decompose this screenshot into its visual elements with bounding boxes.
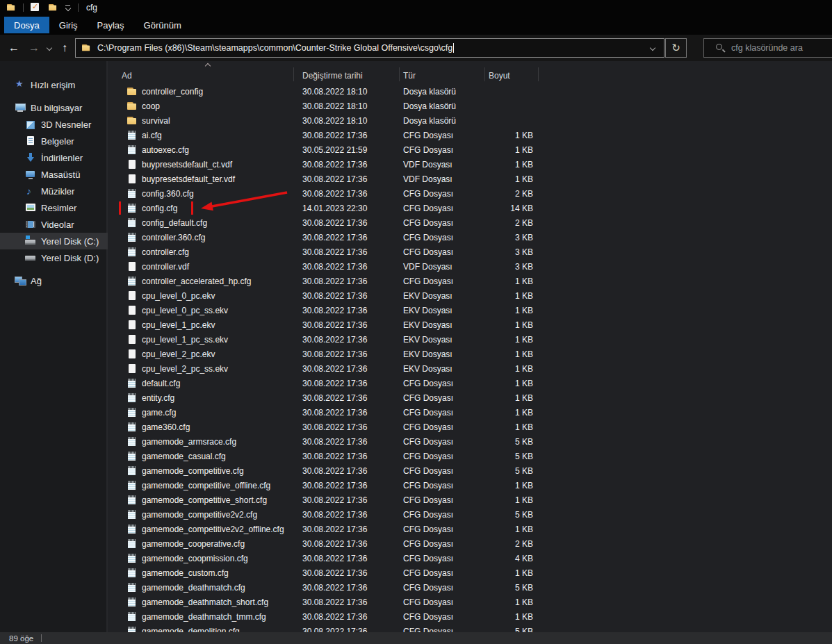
search-box[interactable]: [703, 38, 832, 58]
table-row[interactable]: config.360.cfg 30.08.2022 17:36 CFG Dosy…: [108, 186, 832, 201]
file-name-cell: controller_config: [108, 85, 294, 98]
sidebar-item[interactable]: Bu bilgisayar: [0, 99, 108, 116]
ribbon-tab[interactable]: Dosya: [4, 17, 49, 33]
table-row[interactable]: gamemode_casual.cfg 30.08.2022 17:36 CFG…: [108, 449, 832, 463]
table-row[interactable]: survival 30.08.2022 18:10 Dosya klasörü: [108, 113, 832, 128]
file-type: EKV Dosyası: [400, 335, 485, 345]
table-row[interactable]: autoexec.cfg 30.05.2022 21:59 CFG Dosyas…: [108, 142, 832, 157]
sidebar-item[interactable]: Masaüstü: [0, 166, 108, 183]
column-header-label: Değiştirme tarihi: [302, 71, 363, 81]
file-name-wrap: cpu_level_0_pc_ss.ekv: [121, 304, 242, 317]
table-row[interactable]: gamemode_competitive2v2.cfg 30.08.2022 1…: [108, 507, 832, 522]
table-row[interactable]: gamemode_competitive2v2_offline.cfg 30.0…: [108, 522, 832, 536]
table-row[interactable]: cpu_level_0_pc_ss.ekv 30.08.2022 17:36 E…: [108, 303, 832, 317]
table-row[interactable]: gamemode_armsrace.cfg 30.08.2022 17:36 C…: [108, 434, 832, 449]
item-count: 89 öğe: [9, 634, 33, 643]
table-row[interactable]: game.cfg 30.08.2022 17:36 CFG Dosyası 1 …: [108, 405, 832, 420]
new-folder-icon[interactable]: [48, 3, 58, 13]
back-button[interactable]: ←: [4, 35, 24, 61]
table-row[interactable]: cpu_level_1_pc.ekv 30.08.2022 17:36 EKV …: [108, 317, 832, 332]
table-row[interactable]: coop 30.08.2022 18:10 Dosya klasörü: [108, 99, 832, 113]
table-row[interactable]: cpu_level_2_pc_ss.ekv 30.08.2022 17:36 E…: [108, 361, 832, 376]
file-name: controller_config: [142, 87, 203, 97]
address-bar[interactable]: C:\Program Files (x86)\Steam\steamapps\c…: [75, 38, 664, 58]
column-header-name[interactable]: Ad: [108, 61, 294, 84]
table-row[interactable]: controller_config 30.08.2022 18:10 Dosya…: [108, 84, 832, 99]
file-date: 30.08.2022 17:36: [294, 233, 400, 242]
ribbon-tab[interactable]: Görünüm: [134, 17, 191, 33]
customize-toolbar-chevron-icon[interactable]: [65, 4, 72, 11]
table-row[interactable]: controller_accelerated_hp.cfg 30.08.2022…: [108, 274, 832, 288]
sidebar-item[interactable]: 3D Nesneler: [0, 116, 108, 133]
sidebar-item[interactable]: Belgeler: [0, 133, 108, 149]
table-row[interactable]: gamemode_demolition.cfg 30.08.2022 17:36…: [108, 624, 832, 632]
table-row[interactable]: controller.360.cfg 30.08.2022 17:36 CFG …: [108, 230, 832, 245]
file-name: gamemode_cooperative.cfg: [142, 539, 245, 549]
table-row[interactable]: cpu_level_0_pc.ekv 30.08.2022 17:36 EKV …: [108, 288, 832, 303]
table-row[interactable]: config.cfg 14.01.2023 22:30 CFG Dosyası …: [108, 201, 832, 215]
file-size: 5 KB: [485, 452, 539, 461]
file-name-cell: gamemode_armsrace.cfg: [108, 435, 294, 448]
sidebar-item[interactable]: Yerel Disk (C:): [0, 233, 108, 249]
table-row[interactable]: gamemode_custom.cfg 30.08.2022 17:36 CFG…: [108, 565, 832, 580]
table-row[interactable]: cpu_level_1_pc_ss.ekv 30.08.2022 17:36 E…: [108, 332, 832, 347]
refresh-button[interactable]: ↻: [665, 38, 687, 58]
search-input[interactable]: [731, 43, 832, 53]
forward-button[interactable]: →: [25, 35, 43, 61]
ribbon-tab[interactable]: Paylaş: [88, 17, 134, 33]
file-name: cpu_level_1_pc_ss.ekv: [142, 335, 228, 345]
table-row[interactable]: gamemode_competitive_short.cfg 30.08.202…: [108, 493, 832, 507]
table-row[interactable]: game360.cfg 30.08.2022 17:36 CFG Dosyası…: [108, 420, 832, 434]
address-dropdown-button[interactable]: [643, 39, 662, 57]
table-row[interactable]: ai.cfg 30.08.2022 17:36 CFG Dosyası 1 KB: [108, 128, 832, 142]
table-row[interactable]: entity.cfg 30.08.2022 17:36 CFG Dosyası …: [108, 390, 832, 405]
file-name-cell: cpu_level_0_pc.ekv: [108, 289, 294, 302]
ribbon-tab-bar: Dosya Giriş Paylaş Görünüm: [0, 15, 832, 35]
table-row[interactable]: controller.cfg 30.08.2022 17:36 CFG Dosy…: [108, 245, 832, 259]
column-header-date[interactable]: Değiştirme tarihi: [294, 61, 400, 84]
column-header-size[interactable]: Boyut: [485, 61, 539, 84]
file-name-wrap: gamemode_competitive.cfg: [121, 464, 258, 477]
ribbon-tab[interactable]: Giriş: [49, 17, 88, 33]
up-button[interactable]: ↑: [56, 35, 74, 61]
sidebar-item[interactable]: Resimler: [0, 199, 108, 216]
table-row[interactable]: buypresetsdefault_ter.vdf 30.08.2022 17:…: [108, 172, 832, 186]
file-size: 1 KB: [485, 160, 539, 170]
table-row[interactable]: gamemode_deathmatch_short.cfg 30.08.2022…: [108, 595, 832, 609]
table-row[interactable]: gamemode_cooperative.cfg 30.08.2022 17:3…: [108, 536, 832, 551]
sidebar-item[interactable]: Ağ: [0, 272, 108, 289]
table-row[interactable]: config_default.cfg 30.08.2022 17:36 CFG …: [108, 215, 832, 230]
recent-locations-button[interactable]: [43, 35, 56, 61]
table-row[interactable]: default.cfg 30.08.2022 17:36 CFG Dosyası…: [108, 376, 832, 390]
sidebar-item[interactable]: Hızlı erişim: [0, 76, 108, 93]
sidebar-item[interactable]: Videolar: [0, 216, 108, 233]
column-header-type[interactable]: Tür: [400, 61, 485, 84]
sidebar-item-label: Resimler: [41, 203, 76, 213]
file-size: 14 KB: [485, 204, 539, 213]
table-row[interactable]: gamemode_competitive_offline.cfg 30.08.2…: [108, 478, 832, 493]
properties-check-icon[interactable]: [30, 2, 41, 13]
file-icon: [127, 349, 138, 360]
table-row[interactable]: gamemode_competitive.cfg 30.08.2022 17:3…: [108, 463, 832, 478]
text-caret: [453, 43, 454, 53]
address-path[interactable]: C:\Program Files (x86)\Steam\steamapps\c…: [97, 43, 454, 53]
file-name-cell: cpu_level_2_pc.ekv: [108, 347, 294, 361]
table-row[interactable]: controller.vdf 30.08.2022 17:36 VDF Dosy…: [108, 259, 832, 274]
sidebar-item[interactable]: Müzikler: [0, 183, 108, 199]
file-type: CFG Dosyası: [400, 597, 485, 607]
table-row[interactable]: gamemode_deathmatch.cfg 30.08.2022 17:36…: [108, 580, 832, 595]
sidebar-item[interactable]: Yerel Disk (D:): [0, 249, 108, 266]
file-name-wrap: buypresetsdefault_ct.vdf: [121, 158, 246, 171]
file-name: controller.360.cfg: [142, 233, 205, 242]
table-row[interactable]: buypresetsdefault_ct.vdf 30.08.2022 17:3…: [108, 157, 832, 172]
file-size: 1 KB: [485, 131, 539, 140]
file-name: autoexec.cfg: [142, 145, 189, 155]
file-type: CFG Dosyası: [400, 379, 485, 388]
file-icon: [127, 524, 138, 535]
address-dropdown-chevron-icon: [650, 45, 655, 51]
sidebar-item[interactable]: İndirilenler: [0, 149, 108, 166]
table-row[interactable]: gamemode_deathmatch_tmm.cfg 30.08.2022 1…: [108, 609, 832, 624]
sidebar-item-icon: [25, 252, 36, 263]
table-row[interactable]: gamemode_coopmission.cfg 30.08.2022 17:3…: [108, 551, 832, 565]
table-row[interactable]: cpu_level_2_pc.ekv 30.08.2022 17:36 EKV …: [108, 347, 832, 361]
